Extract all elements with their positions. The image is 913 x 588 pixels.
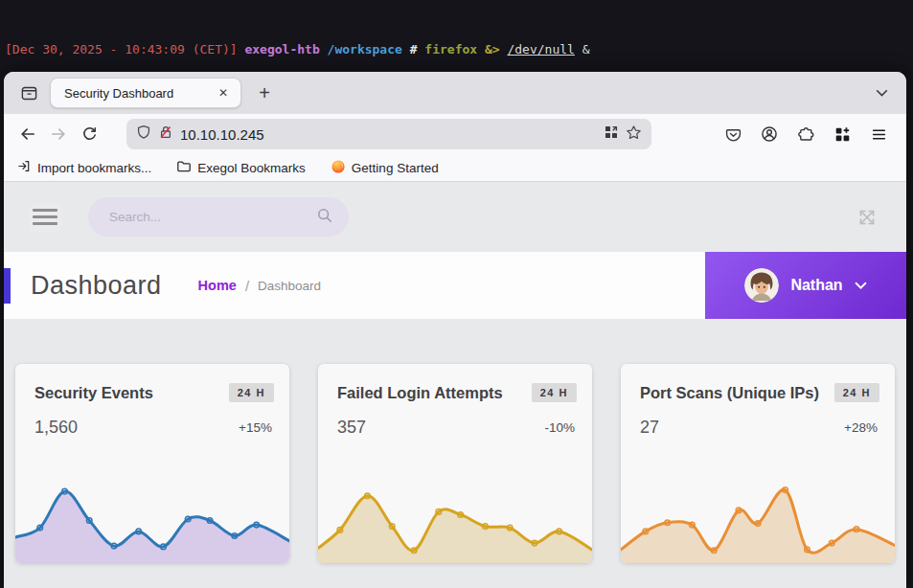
breadcrumb-separator: / [245,278,249,294]
fullscreen-toggle-icon[interactable] [853,203,881,232]
sparkline-chart [318,475,592,563]
bookmarks-toolbar: Import bookmarks... Exegol Bookmarks Get… [4,154,906,182]
breadcrumb-home-link[interactable]: Home [198,278,237,293]
sidebar-toggle-icon[interactable] [29,203,61,232]
bookmark-import[interactable]: Import bookmarks... [17,159,151,176]
firefox-view-icon[interactable] [15,79,42,106]
card-port-scans: Port Scans (Unique IPs) 24 H 27 +28% [621,364,895,563]
period-badge: 24 H [229,383,274,402]
account-icon[interactable] [755,120,784,148]
terminal-line: [Dec 30, 2025 - 10:43:09 (CET)] exegol-h… [5,40,913,58]
browser-window: Security Dashboard ✕ + 10.10.10.245 [4,72,906,588]
page-header: Dashboard Home / Dashboard [4,252,906,319]
card-value: 1,560 [34,418,78,438]
page-title: Dashboard [31,271,162,301]
insecure-lock-icon[interactable] [158,124,173,144]
card-delta: -10% [544,420,575,435]
new-tab-button[interactable]: + [251,79,278,106]
card-title: Security Events [34,384,153,402]
forward-button[interactable] [44,120,73,148]
period-badge: 24 H [532,383,577,402]
back-button[interactable] [13,120,42,148]
pocket-icon[interactable] [719,120,747,148]
navigation-toolbar: 10.10.10.245 [4,114,906,154]
tab-close-icon[interactable]: ✕ [214,84,233,102]
firefox-icon [331,159,346,177]
tab-security-dashboard[interactable]: Security Dashboard ✕ [50,78,241,108]
chevron-down-icon [855,277,867,294]
search-input[interactable] [109,210,316,224]
bookmark-getting-started[interactable]: Getting Started [331,159,439,177]
card-title: Failed Login Attempts [337,384,503,402]
card-delta: +28% [844,420,878,435]
app-menu-icon[interactable] [864,120,893,148]
reload-button[interactable] [75,120,103,148]
search-icon[interactable] [316,207,333,228]
stats-cards-row: Security Events 24 H 1,560 +15% Failed L… [4,364,906,563]
url-bar[interactable]: 10.10.10.245 [126,119,651,149]
bookmark-label: Getting Started [352,161,439,175]
card-security-events: Security Events 24 H 1,560 +15% [15,364,289,563]
folder-icon [176,159,192,177]
tab-title: Security Dashboard [64,86,214,101]
card-value: 27 [640,418,659,438]
avatar [744,268,779,303]
web-page: Dashboard Home / Dashboard [4,182,906,588]
toolbar-right-cluster [719,120,897,148]
tab-bar: Security Dashboard ✕ + [4,72,906,114]
terminal-output: [Dec 30, 2025 - 10:43:09 (CET)] exegol-h… [0,0,913,67]
bookmark-label: Import bookmarks... [37,161,151,175]
breadcrumb: Home / Dashboard [198,278,322,294]
bookmark-exegol-folder[interactable]: Exegol Bookmarks [176,159,306,177]
shield-icon[interactable] [136,124,151,144]
user-name: Nathan [790,277,842,294]
accent-bar [4,268,11,304]
card-delta: +15% [239,420,272,435]
list-tabs-chevron-icon[interactable] [868,79,895,106]
sparkline-chart [15,475,289,563]
page-actions-icon[interactable] [604,124,619,144]
import-icon [17,159,32,176]
addons-grid-icon[interactable] [828,120,856,148]
sparkline-chart [621,475,895,563]
period-badge: 24 H [834,383,879,402]
breadcrumb-current: Dashboard [258,279,321,293]
page-topbar [4,182,906,252]
user-menu[interactable]: Nathan [705,252,906,319]
bookmark-label: Exegol Bookmarks [197,161,306,175]
extension-puzzle-icon[interactable] [791,120,820,148]
search-box[interactable] [88,197,349,237]
card-value: 357 [337,418,366,438]
card-title: Port Scans (Unique IPs) [640,384,819,402]
bookmark-star-icon[interactable] [626,124,642,145]
url-text[interactable]: 10.10.10.245 [180,126,597,143]
card-failed-logins: Failed Login Attempts 24 H 357 -10% [318,364,592,563]
